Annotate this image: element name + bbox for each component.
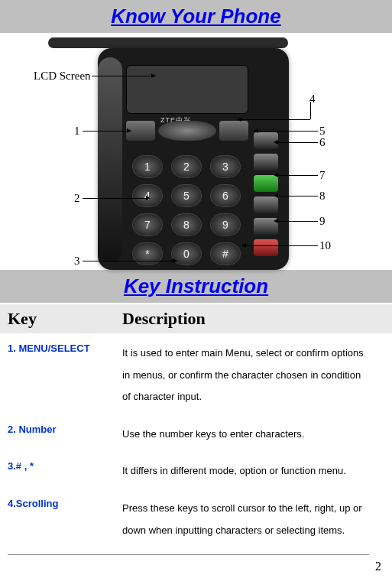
key-label: 1. MENU/SELECT [8,343,122,408]
arrow-lcd [151,73,156,78]
side-key-b [254,154,278,170]
callout-line-2 [83,198,147,199]
callout-line-3 [83,261,174,261]
arrow-6 [274,140,278,144]
key-desc: It is used to enter main Menu, select or… [122,343,384,408]
key-desc: Use the number keys to enter characters. [122,424,384,446]
page-number: 2 [375,560,381,573]
section-header-know-your-phone: Know Your Phone [0,0,392,33]
callout-line-4h [240,119,310,120]
phone-top-bar [48,37,288,48]
arrow-10 [241,243,246,248]
section-header-key-instruction: Key Instruction [0,270,392,303]
footer-rule [8,554,369,555]
key-7: 7 [132,213,163,236]
key-6: 6 [210,184,241,207]
keypad: 1 2 3 4 5 6 7 8 9 * 0 # [132,155,243,265]
key-9: 9 [210,213,241,236]
arrow-8 [274,193,278,198]
softkey-row [126,121,248,141]
key-1: 1 [132,155,163,178]
arrow-7 [274,173,278,177]
arrow-2 [146,196,151,200]
callout-line-7 [277,175,318,176]
key-star: * [132,242,163,265]
nav-pad [158,121,216,141]
lcd-screen [126,65,248,114]
key-3: 3 [210,155,241,178]
arrow-1 [127,128,131,133]
callout-10: 10 [319,239,331,252]
callout-6: 6 [319,136,326,149]
table-header-key: Key [8,309,122,329]
key-label: 3.# , * [8,460,122,482]
callout-7: 7 [319,169,326,182]
side-key-end [254,239,278,256]
callout-lcd: LCD Screen [34,70,91,83]
key-2: 2 [171,155,202,178]
arrow-9 [274,219,278,223]
callout-2: 2 [74,192,80,205]
table-row: 4.Scrolling Press these keys to scroll c… [0,489,392,541]
callout-8: 8 [319,190,326,203]
key-label: 2. Number [8,424,122,446]
table-row: 1. MENU/SELECT It is used to enter main … [0,333,392,414]
side-key-call [254,175,278,192]
callout-line-lcd [92,76,153,76]
callout-line-4v [310,102,311,119]
callout-line-1 [83,131,128,132]
callout-line-8 [277,196,318,196]
callout-1: 1 [74,125,80,138]
key-desc: It differs in different mode, option or … [122,460,384,482]
table-header: Key Description [0,304,392,333]
phone-handset [98,57,122,262]
table-row: 2. Number Use the number keys to enter c… [0,414,392,452]
callout-line-9 [277,221,318,222]
callout-9: 9 [319,215,326,228]
phone-diagram: ZTE中兴 1 2 3 4 5 6 7 8 9 * 0 # LCD Screen… [0,33,392,270]
key-label: 4.Scrolling [8,498,122,541]
side-key-c [254,196,278,213]
arrow-5 [254,128,258,133]
callout-line-10 [245,245,318,246]
right-softkey [219,121,248,141]
table-header-desc: Description [122,309,384,329]
key-hash: # [210,242,241,265]
key-8: 8 [171,213,202,236]
arrow-3 [173,258,177,263]
callout-3: 3 [74,255,80,268]
key-5: 5 [171,184,202,207]
key-desc: Press these keys to scroll cursor to the… [122,498,384,541]
table-row: 3.# , * It differs in different mode, op… [0,451,392,489]
arrow-4 [237,117,241,122]
callout-line-5 [257,131,318,132]
callout-line-6 [277,142,318,143]
